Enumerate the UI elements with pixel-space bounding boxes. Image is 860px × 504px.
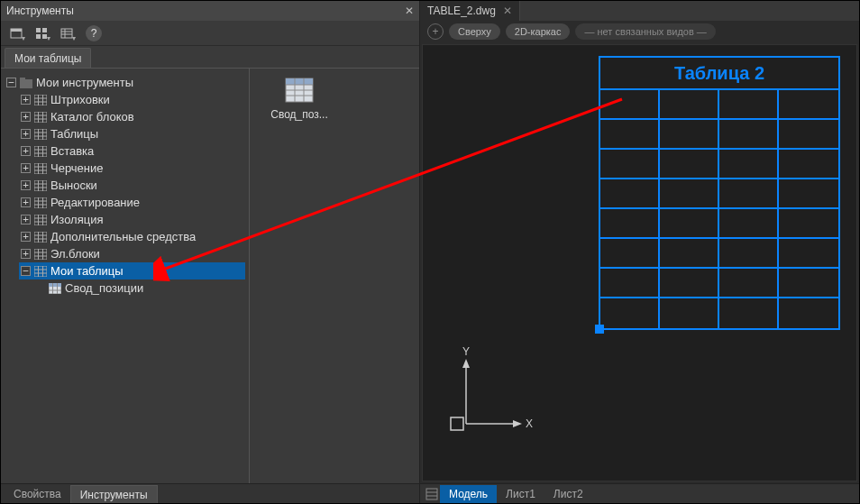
svg-text:Y: Y	[462, 345, 470, 358]
tree-view[interactable]: − Мои инструменты +Штриховки+Каталог бло…	[1, 69, 249, 483]
view-pill-top[interactable]: Сверху	[449, 23, 500, 40]
tree-root[interactable]: − Мои инструменты	[5, 74, 245, 91]
add-view-button[interactable]: +	[427, 23, 444, 40]
layout-quick-icon[interactable]	[424, 486, 440, 502]
tab-sheet1[interactable]: Лист1	[497, 485, 544, 503]
expander-icon[interactable]: +	[21, 232, 31, 242]
expander-icon[interactable]: +	[21, 95, 31, 105]
tab-tools[interactable]: Инструменты	[70, 485, 158, 503]
svg-rect-52	[34, 232, 47, 243]
tree-item[interactable]: +Штриховки	[19, 91, 245, 108]
svg-rect-42	[34, 197, 47, 208]
tab-properties[interactable]: Свойства	[5, 485, 70, 503]
tools-panel: Инструменты ✕ ? Мои таблицы	[1, 1, 420, 503]
tree-item-selected[interactable]: −Мои таблицы	[19, 262, 245, 279]
cad-table[interactable]: Таблица 2	[599, 56, 840, 330]
grid-icon	[34, 215, 47, 225]
svg-text:X: X	[526, 417, 533, 430]
expander-icon[interactable]: +	[21, 249, 31, 259]
svg-rect-68	[49, 283, 61, 287]
expander-icon[interactable]: +	[21, 146, 31, 156]
svg-rect-85	[451, 417, 463, 430]
left-bottom-tabs: Свойства Инструменты	[1, 483, 419, 503]
view-pill-style[interactable]: 2D-каркас	[506, 23, 571, 40]
svg-rect-1	[11, 29, 22, 32]
expander-icon[interactable]: +	[21, 215, 31, 225]
drawing-viewport[interactable]: Таблица 2 Y X	[422, 44, 857, 481]
expander-icon[interactable]: +	[21, 129, 31, 139]
cad-table-grid	[600, 90, 838, 328]
table-icon	[285, 78, 314, 103]
preview-pane: Свод_поз...	[249, 69, 419, 483]
svg-rect-27	[34, 146, 47, 157]
svg-rect-4	[36, 34, 41, 39]
expander-icon[interactable]: −	[6, 78, 16, 87]
close-icon[interactable]: ✕	[405, 5, 414, 17]
grid-icon	[34, 146, 47, 157]
svg-rect-17	[34, 112, 47, 123]
svg-marker-83	[513, 420, 522, 427]
expander-icon[interactable]: +	[21, 180, 31, 190]
help-button[interactable]: ?	[86, 25, 102, 41]
tree-item[interactable]: +Дополнительные средства	[19, 228, 245, 245]
close-tab-icon[interactable]: ✕	[503, 5, 512, 17]
tree-label: Редактирование	[50, 196, 140, 209]
document-area: TABLE_2.dwg ✕ + Сверху 2D-каркас — нет с…	[420, 1, 859, 503]
grid-icon	[34, 249, 47, 260]
svg-rect-6	[61, 29, 72, 38]
expander-icon[interactable]: −	[21, 266, 31, 276]
grid-icon	[34, 95, 47, 105]
document-tab-bar: TABLE_2.dwg ✕	[420, 1, 859, 21]
list-mode-button[interactable]	[57, 23, 77, 43]
tree-label: Мои таблицы	[50, 264, 124, 278]
tree-item[interactable]: +Изоляция	[19, 211, 245, 228]
tree-item[interactable]: +Вставка	[19, 142, 245, 160]
tree-item[interactable]: +Черчение	[19, 160, 245, 177]
new-palette-button[interactable]	[6, 23, 26, 43]
tree-label: Выноски	[50, 179, 97, 192]
grid-icon	[34, 180, 47, 191]
tree-label: Изоляция	[50, 213, 103, 226]
selection-grip[interactable]	[595, 325, 604, 334]
svg-rect-12	[34, 95, 47, 105]
tree-label: Таблицы	[50, 127, 98, 141]
view-pill-linked[interactable]: — нет связанных видов —	[575, 23, 715, 40]
svg-rect-22	[34, 129, 47, 140]
tree-item[interactable]: +Эл.блоки	[19, 245, 245, 262]
tree-label: Свод_позиции	[65, 281, 143, 295]
app-root: Инструменты ✕ ? Мои таблицы	[0, 0, 860, 504]
tree-item[interactable]: Свод_позиции	[33, 279, 245, 297]
svg-rect-3	[42, 28, 47, 32]
document-tab[interactable]: TABLE_2.dwg ✕	[420, 1, 520, 21]
tree-label: Штриховки	[50, 93, 110, 106]
preview-item[interactable]: Свод_поз...	[259, 78, 340, 121]
svg-rect-73	[286, 78, 313, 85]
svg-rect-37	[34, 180, 47, 191]
document-tab-label: TABLE_2.dwg	[427, 5, 496, 17]
panel-body: − Мои инструменты +Штриховки+Каталог бло…	[1, 68, 419, 483]
tab-sheet2[interactable]: Лист2	[544, 485, 592, 503]
tree-label: Мои инструменты	[36, 76, 133, 89]
svg-rect-32	[34, 163, 47, 174]
panel-toolbar: ?	[1, 21, 419, 46]
svg-rect-5	[42, 34, 47, 39]
expander-icon[interactable]: +	[21, 197, 31, 207]
view-mode-button[interactable]	[32, 23, 51, 43]
panel-title-text: Инструменты	[6, 5, 74, 17]
layout-tabs: Модель Лист1 Лист2	[420, 483, 859, 503]
svg-rect-11	[20, 78, 25, 80]
svg-rect-2	[36, 28, 41, 32]
expander-icon[interactable]: +	[21, 163, 31, 173]
tree-item[interactable]: +Редактирование	[19, 194, 245, 211]
expander-icon[interactable]: +	[21, 112, 31, 122]
palette-tab-active[interactable]: Мои таблицы	[5, 48, 91, 68]
svg-rect-10	[20, 79, 32, 88]
tree-item[interactable]: +Выноски	[19, 177, 245, 194]
svg-rect-47	[34, 215, 47, 225]
tree-item[interactable]: +Таблицы	[19, 125, 245, 142]
table-icon	[49, 283, 61, 294]
tree-item[interactable]: +Каталог блоков	[19, 108, 245, 125]
grid-icon	[34, 232, 47, 243]
panel-titlebar: Инструменты ✕	[1, 1, 419, 21]
tab-model[interactable]: Модель	[440, 485, 497, 503]
